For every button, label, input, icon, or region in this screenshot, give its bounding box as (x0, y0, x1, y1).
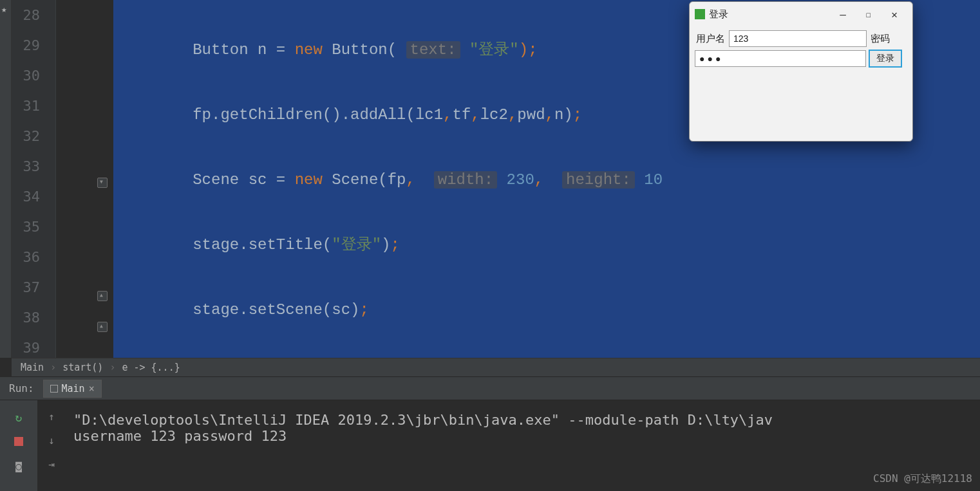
window-title: 登录 (709, 8, 728, 21)
breadcrumb-item[interactable]: Main (21, 362, 44, 373)
run-config-icon (50, 385, 58, 393)
arrow-up-icon[interactable]: ↑ (48, 411, 55, 423)
close-icon[interactable]: × (89, 383, 95, 394)
app-icon (695, 9, 705, 19)
close-icon[interactable]: ✕ (881, 8, 907, 21)
line-number[interactable]: 37 (12, 272, 55, 302)
line-number[interactable]: 33 (12, 151, 55, 181)
console-toolbar: ↻ ◙ (0, 400, 37, 491)
chevron-right-icon: › (109, 362, 115, 373)
stop-icon (14, 437, 23, 446)
run-tab-main[interactable]: Main × (43, 380, 102, 398)
run-tab-label: Main (62, 383, 85, 394)
password-label: 密码 (869, 33, 891, 45)
fold-strip (55, 0, 113, 358)
line-number[interactable]: 38 (12, 302, 55, 333)
left-gutter-strip: ★ (0, 0, 12, 358)
line-number[interactable]: 31 (12, 91, 55, 121)
console-output[interactable]: "D:\developtools\IntelliJ IDEA 2019.2.3\… (66, 400, 980, 491)
rerun-icon[interactable]: ↻ (12, 411, 25, 423)
login-form: 用户名 密码 登录 (690, 26, 912, 71)
arrow-down-icon[interactable]: ↓ (48, 434, 55, 447)
run-label: Run: (0, 382, 43, 394)
stop-button[interactable] (12, 435, 25, 448)
fold-close-icon[interactable] (97, 322, 108, 332)
breadcrumb: Main › start() › e -> {...} (12, 358, 980, 377)
chevron-right-icon: › (50, 362, 56, 373)
breadcrumb-item[interactable]: start() (62, 362, 103, 373)
soft-wrap-icon[interactable]: ⇥ (48, 458, 55, 470)
username-label: 用户名 (695, 33, 726, 45)
line-number[interactable]: 29 (12, 30, 55, 60)
code-line[interactable]: stage.setTitle("登录"); (113, 230, 980, 260)
line-number-gutter: 28 29 30 31 32 33 34 35 36 37 38 39 (12, 0, 55, 358)
maximize-icon[interactable]: ☐ (856, 10, 881, 19)
line-number[interactable]: 34 (12, 181, 55, 212)
line-number[interactable]: 28 (12, 0, 55, 30)
login-button[interactable]: 登录 (869, 50, 902, 68)
param-hint: text: (406, 41, 460, 59)
line-number[interactable]: 32 (12, 121, 55, 151)
minimize-icon[interactable]: — (830, 8, 856, 21)
camera-icon[interactable]: ◙ (12, 459, 25, 472)
console-nav: ↑ ↓ ⇥ (37, 400, 66, 491)
fold-close-icon[interactable] (97, 291, 108, 301)
line-number[interactable]: 35 (12, 212, 55, 242)
login-window: 登录 — ☐ ✕ 用户名 密码 登录 (689, 1, 913, 142)
password-field[interactable] (695, 50, 866, 67)
code-line[interactable]: stage.setScene(sc); (113, 295, 980, 325)
param-hint: height: (562, 171, 635, 189)
watermark: CSDN @可达鸭12118 (873, 472, 972, 486)
bookmark-star-icon[interactable]: ★ (1, 4, 6, 14)
run-toolwindow-tabs: Run: Main × (0, 377, 980, 400)
code-line[interactable]: Scene sc = new Scene(fp, width: 230, hei… (113, 165, 980, 195)
line-number[interactable]: 36 (12, 242, 55, 272)
window-titlebar[interactable]: 登录 — ☐ ✕ (690, 2, 912, 26)
breadcrumb-item[interactable]: e -> {...} (122, 362, 180, 373)
param-hint: width: (434, 171, 497, 189)
username-field[interactable] (729, 30, 867, 47)
fold-toggle-icon[interactable] (97, 178, 108, 188)
line-number[interactable]: 30 (12, 60, 55, 91)
